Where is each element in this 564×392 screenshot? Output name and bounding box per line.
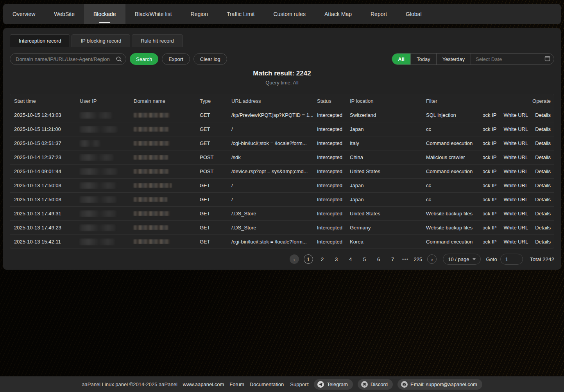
action-details[interactable]: Details bbox=[535, 168, 551, 174]
action-block-ip[interactable]: Block IP bbox=[483, 168, 496, 174]
date-filter-today[interactable]: Today bbox=[411, 54, 437, 64]
nav-item-report[interactable]: Report bbox=[361, 4, 396, 24]
nav-item-overview[interactable]: Overview bbox=[3, 4, 45, 24]
table-row: 2025-10-15 11:21:00GET/InterceptedJapanc… bbox=[10, 122, 554, 136]
action-white-url[interactable]: White URL bbox=[503, 183, 528, 188]
cell-status: Intercepted bbox=[313, 197, 346, 202]
action-block-ip[interactable]: Block IP bbox=[483, 197, 496, 202]
goto-page-input[interactable] bbox=[500, 254, 523, 265]
tab-ip-blocking-record[interactable]: IP blocking record bbox=[72, 34, 130, 47]
date-filter-yesterday[interactable]: Yesterday bbox=[437, 54, 471, 64]
action-details[interactable]: Details bbox=[535, 126, 551, 132]
top-navigation: OverviewWebSiteBlockadeBlack/White listR… bbox=[3, 4, 561, 24]
page-number-225[interactable]: 225 bbox=[413, 254, 423, 264]
action-details[interactable]: Details bbox=[535, 225, 551, 231]
page-number-2[interactable]: 2 bbox=[318, 254, 327, 264]
tab-rule-hit-record[interactable]: Rule hit record bbox=[132, 34, 183, 47]
telegram-icon bbox=[317, 381, 324, 388]
action-details[interactable]: Details bbox=[535, 239, 551, 245]
footer-link-forum[interactable]: Forum bbox=[229, 381, 244, 387]
action-block-ip[interactable]: Block IP bbox=[483, 112, 496, 118]
cell-operate: Block IPWhite URLDetails bbox=[483, 225, 554, 231]
cell-filter: Website backup files bbox=[422, 225, 483, 231]
nav-item-attack-map[interactable]: Attack Map bbox=[315, 4, 361, 24]
action-block-ip[interactable]: Block IP bbox=[483, 225, 496, 231]
action-details[interactable]: Details bbox=[535, 197, 551, 202]
page-number-7[interactable]: 7 bbox=[388, 254, 397, 264]
action-white-url[interactable]: White URL bbox=[503, 239, 528, 245]
table-row: 2025-10-13 15:42:11GET/cgi-bin/luci/;sto… bbox=[10, 234, 554, 249]
action-details[interactable]: Details bbox=[535, 211, 551, 217]
action-white-url[interactable]: White URL bbox=[503, 168, 528, 174]
action-white-url[interactable]: White URL bbox=[503, 197, 528, 202]
nav-item-global[interactable]: Global bbox=[396, 4, 431, 24]
page-number-3[interactable]: 3 bbox=[332, 254, 341, 264]
action-white-url[interactable]: White URL bbox=[503, 126, 528, 132]
export-button[interactable]: Export bbox=[162, 53, 190, 65]
action-details[interactable]: Details bbox=[535, 112, 551, 118]
nav-item-black-white-list[interactable]: Black/White list bbox=[125, 4, 181, 24]
action-block-ip[interactable]: Block IP bbox=[483, 154, 496, 160]
goto-label: Goto bbox=[486, 256, 497, 262]
cell-status: Intercepted bbox=[313, 239, 346, 245]
page-ellipsis[interactable]: ••• bbox=[402, 256, 409, 262]
page-number-5[interactable]: 5 bbox=[360, 254, 369, 264]
cell-domain-name bbox=[130, 211, 196, 216]
nav-item-custom-rules[interactable]: Custom rules bbox=[264, 4, 315, 24]
cell-user-ip bbox=[76, 238, 130, 245]
action-white-url[interactable]: White URL bbox=[503, 140, 528, 146]
cell-domain-name bbox=[130, 127, 196, 132]
cell-ip-location: Japan bbox=[346, 183, 422, 188]
clear-log-button[interactable]: Clear log bbox=[193, 53, 227, 65]
search-button[interactable]: Search bbox=[130, 53, 158, 65]
nav-item-traffic-limit[interactable]: Traffic Limit bbox=[217, 4, 264, 24]
cell-url: /cgi-bin/luci/;stok = /locale?form... bbox=[227, 239, 313, 245]
cell-url: /cgi-bin/luci/;stok = /locale?form... bbox=[227, 140, 313, 146]
nav-item-website[interactable]: WebSite bbox=[45, 4, 84, 24]
prev-page-button[interactable]: ‹ bbox=[290, 254, 299, 264]
action-details[interactable]: Details bbox=[535, 154, 551, 160]
action-details[interactable]: Details bbox=[535, 140, 551, 146]
footer-badge-discord[interactable]: Discord bbox=[358, 379, 393, 390]
cell-user-ip bbox=[76, 224, 130, 231]
nav-item-blockade[interactable]: Blockade bbox=[84, 4, 125, 24]
cell-type: GET bbox=[196, 197, 227, 202]
page-number-6[interactable]: 6 bbox=[374, 254, 383, 264]
cell-url: / bbox=[227, 183, 313, 188]
next-page-button[interactable]: › bbox=[427, 254, 437, 264]
action-details[interactable]: Details bbox=[535, 183, 551, 188]
page-number-1[interactable]: 1 bbox=[304, 254, 313, 264]
cell-domain-name bbox=[130, 113, 196, 118]
action-block-ip[interactable]: Block IP bbox=[483, 183, 496, 188]
action-block-ip[interactable]: Block IP bbox=[483, 140, 496, 146]
search-input[interactable] bbox=[16, 56, 116, 62]
footer-badge-telegram[interactable]: Telegram bbox=[314, 379, 353, 390]
select-date-input[interactable] bbox=[476, 56, 544, 62]
cell-start-time: 2025-10-13 15:42:11 bbox=[10, 239, 76, 245]
footer-badge-email[interactable]: Email: support@aapanel.com bbox=[397, 379, 482, 390]
date-filter-all[interactable]: All bbox=[392, 54, 411, 64]
cell-start-time: 2025-10-13 17:49:23 bbox=[10, 225, 76, 231]
cell-user-ip bbox=[76, 140, 130, 147]
page-number-4[interactable]: 4 bbox=[346, 254, 355, 264]
cell-start-time: 2025-10-13 17:50:03 bbox=[10, 197, 76, 202]
action-block-ip[interactable]: Block IP bbox=[483, 126, 496, 132]
action-white-url[interactable]: White URL bbox=[503, 154, 528, 160]
action-white-url[interactable]: White URL bbox=[503, 225, 528, 231]
page-size-select[interactable]: 10 / page bbox=[443, 254, 480, 265]
action-block-ip[interactable]: Block IP bbox=[483, 239, 496, 245]
nav-item-region[interactable]: Region bbox=[181, 4, 217, 24]
action-white-url[interactable]: White URL bbox=[503, 211, 528, 217]
action-white-url[interactable]: White URL bbox=[503, 112, 528, 118]
cell-status: Intercepted bbox=[313, 183, 346, 188]
action-block-ip[interactable]: Block IP bbox=[483, 211, 496, 217]
calendar-icon bbox=[544, 55, 550, 63]
cell-domain-name bbox=[130, 183, 196, 188]
user-ip-blurred bbox=[80, 196, 116, 203]
tab-interception-record[interactable]: Interception record bbox=[10, 34, 70, 47]
footer-website-link[interactable]: www.aapanel.com bbox=[183, 381, 224, 387]
footer-link-documentation[interactable]: Documentation bbox=[250, 381, 284, 387]
search-icon[interactable] bbox=[116, 56, 122, 62]
cell-ip-location: Italy bbox=[346, 140, 422, 146]
cell-ip-location: Japan bbox=[346, 126, 422, 132]
